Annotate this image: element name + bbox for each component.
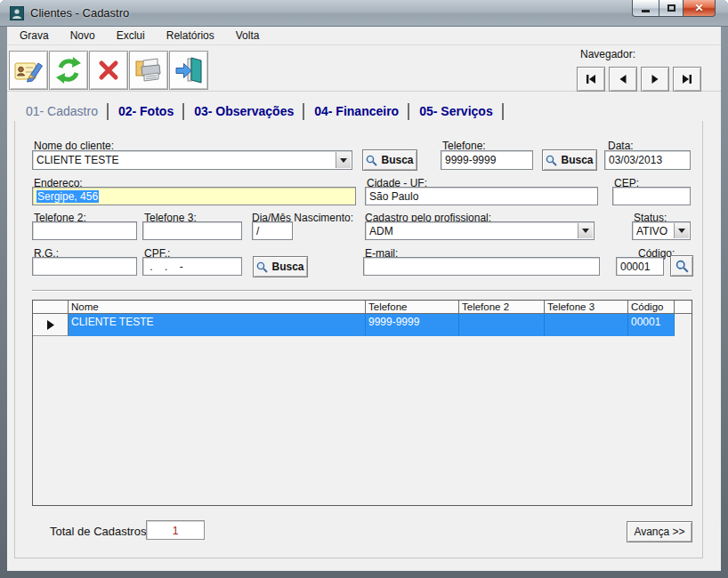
- endereco-field[interactable]: Sergipe, 456: [32, 187, 356, 205]
- delete-button[interactable]: [89, 51, 128, 90]
- cep-field[interactable]: [612, 187, 691, 205]
- telefone-field[interactable]: 9999-9999: [441, 150, 533, 170]
- menu-bar: Grava Novo Exclui Relatórios Volta: [7, 27, 721, 45]
- busca-label: Busca: [271, 261, 303, 273]
- maximize-icon: [667, 4, 675, 12]
- row-indicator-cell: [33, 314, 69, 336]
- cell-telefone2[interactable]: [459, 314, 545, 336]
- grid-header-telefone[interactable]: Telefone: [366, 301, 459, 314]
- cell-nome[interactable]: CLIENTE TESTE: [69, 314, 366, 336]
- navigator-label: Navegador:: [580, 48, 635, 60]
- clients-grid[interactable]: Nome Telefone Telefone 2 Telefone 3 Códi…: [32, 300, 692, 506]
- nav-first-button[interactable]: [577, 67, 605, 92]
- nav-prior-button[interactable]: [609, 67, 637, 92]
- rg-field[interactable]: [32, 257, 137, 276]
- total-cadastros-value: 1: [146, 520, 205, 540]
- email-field[interactable]: [363, 257, 600, 276]
- profissional-value: ADM: [369, 225, 393, 237]
- current-record-arrow-icon: [46, 320, 54, 330]
- printer-icon: [133, 55, 164, 85]
- maximize-button[interactable]: [659, 0, 684, 17]
- nav-next-button[interactable]: [641, 67, 669, 92]
- chevron-down-icon: [582, 229, 589, 233]
- nascimento-field[interactable]: /: [252, 221, 293, 240]
- cell-telefone3[interactable]: [545, 314, 628, 336]
- minimize-button[interactable]: [632, 0, 659, 17]
- refresh-button[interactable]: [49, 51, 88, 90]
- red-x-icon: [96, 58, 121, 83]
- data-field[interactable]: 03/03/2013: [604, 150, 691, 170]
- nav-last-button[interactable]: [673, 67, 701, 92]
- total-cadastros-label: Total de Cadastros:: [50, 525, 150, 538]
- window-title: Clientes - Cadastro: [30, 6, 129, 20]
- tab-financeiro[interactable]: 04- Financeiro: [304, 102, 408, 120]
- table-row[interactable]: CLIENTE TESTE 9999-9999 00001: [33, 314, 675, 336]
- menu-relatorios[interactable]: Relatórios: [158, 28, 223, 44]
- tab-fotos[interactable]: 02- Fotos: [109, 102, 182, 120]
- cell-codigo[interactable]: 00001: [628, 314, 675, 336]
- grid-header-codigo[interactable]: Código: [628, 301, 675, 314]
- divider: [32, 290, 692, 292]
- save-record-button[interactable]: [9, 51, 48, 90]
- prior-record-icon: [617, 74, 629, 84]
- telefone2-field[interactable]: [32, 221, 137, 240]
- tab-observacoes[interactable]: 03- Observações: [184, 102, 303, 120]
- edit-card-pencil-icon: [13, 55, 44, 85]
- dropdown-button[interactable]: [578, 223, 593, 238]
- nome-cliente-combobox[interactable]: CLIENTE TESTE: [32, 150, 352, 170]
- busca-nome-button[interactable]: Busca: [362, 149, 417, 171]
- menu-grava[interactable]: Grava: [11, 28, 58, 44]
- busca-telefone-button[interactable]: Busca: [542, 149, 597, 171]
- next-record-icon: [649, 74, 661, 84]
- menu-exclui[interactable]: Exclui: [108, 28, 154, 44]
- codigo-field[interactable]: 00001: [616, 257, 664, 276]
- grid-header-telefone3[interactable]: Telefone 3: [545, 301, 628, 314]
- telefone3-field[interactable]: [142, 221, 242, 240]
- cell-telefone[interactable]: 9999-9999: [366, 314, 459, 336]
- close-button[interactable]: ✕: [684, 0, 716, 17]
- search-icon: [546, 155, 557, 166]
- tab-strip: 01- Cadastro 02- Fotos 03- Observações 0…: [16, 100, 504, 122]
- exit-button[interactable]: [169, 51, 208, 90]
- tab-separator: [502, 103, 504, 120]
- first-record-icon: [585, 74, 597, 84]
- dropdown-button[interactable]: [674, 223, 689, 238]
- grid-header-telefone2[interactable]: Telefone 2: [459, 301, 545, 314]
- grid-header-nome[interactable]: Nome: [69, 301, 366, 314]
- app-window: Clientes - Cadastro ✕ Grava Novo Exclui …: [0, 0, 728, 578]
- last-record-icon: [681, 74, 693, 84]
- minimize-icon: [642, 10, 650, 12]
- cidade-uf-field[interactable]: São Paulo: [365, 187, 598, 205]
- tab-servicos[interactable]: 05- Serviços: [409, 102, 502, 120]
- tab-cadastro[interactable]: 01- Cadastro: [16, 102, 107, 120]
- codigo-search-button[interactable]: [670, 255, 693, 277]
- nome-cliente-value: CLIENTE TESTE: [36, 154, 118, 166]
- chevron-down-icon: [678, 229, 685, 233]
- busca-cpf-button[interactable]: Busca: [253, 256, 308, 277]
- grid-header-row: Nome Telefone Telefone 2 Telefone 3 Códi…: [33, 301, 692, 314]
- status-combobox[interactable]: ATIVO: [632, 221, 691, 240]
- search-icon: [675, 260, 689, 273]
- dropdown-button[interactable]: [336, 152, 351, 168]
- busca-label: Busca: [381, 154, 413, 166]
- cpf-field[interactable]: . . -: [142, 257, 242, 276]
- search-icon: [256, 261, 268, 273]
- advance-button[interactable]: Avança >>: [627, 521, 692, 542]
- person-photo-icon: [10, 6, 24, 20]
- print-reports-button[interactable]: [129, 51, 168, 90]
- exit-door-icon: [174, 56, 203, 84]
- grid-header-indicator: [33, 301, 69, 314]
- busca-label: Busca: [561, 154, 593, 166]
- search-icon: [366, 155, 377, 166]
- title-bar[interactable]: Clientes - Cadastro ✕: [0, 0, 728, 27]
- refresh-arrows-icon: [54, 56, 83, 84]
- endereco-selected-text: Sergipe, 456: [36, 190, 99, 203]
- chevron-down-icon: [340, 158, 347, 163]
- profissional-combobox[interactable]: ADM: [365, 221, 595, 240]
- menu-novo[interactable]: Novo: [61, 28, 104, 44]
- menu-volta[interactable]: Volta: [227, 28, 269, 44]
- close-icon: ✕: [694, 2, 703, 14]
- status-value: ATIVO: [636, 225, 667, 237]
